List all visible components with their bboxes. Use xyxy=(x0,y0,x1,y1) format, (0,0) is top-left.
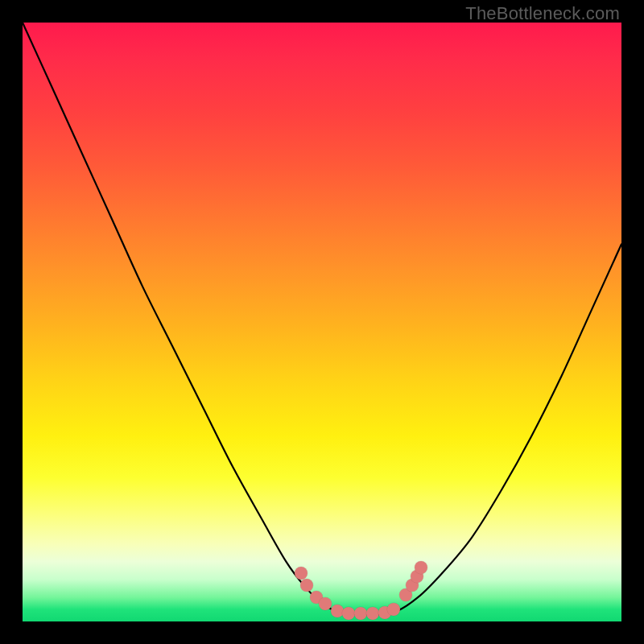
highlight-dot xyxy=(295,567,308,580)
highlight-dot xyxy=(300,579,313,592)
highlight-dot xyxy=(366,607,379,620)
highlight-dot xyxy=(331,605,344,617)
watermark-text: TheBottleneck.com xyxy=(465,3,620,24)
bottleneck-curve-path xyxy=(23,23,621,614)
curve-svg xyxy=(23,23,621,621)
plot-area xyxy=(23,23,621,621)
outer-frame: TheBottleneck.com xyxy=(0,0,644,644)
highlight-dot xyxy=(342,607,355,620)
highlight-dot xyxy=(387,603,400,616)
highlight-dot xyxy=(354,607,367,620)
highlight-dot xyxy=(319,597,332,610)
highlight-dot xyxy=(415,561,427,574)
